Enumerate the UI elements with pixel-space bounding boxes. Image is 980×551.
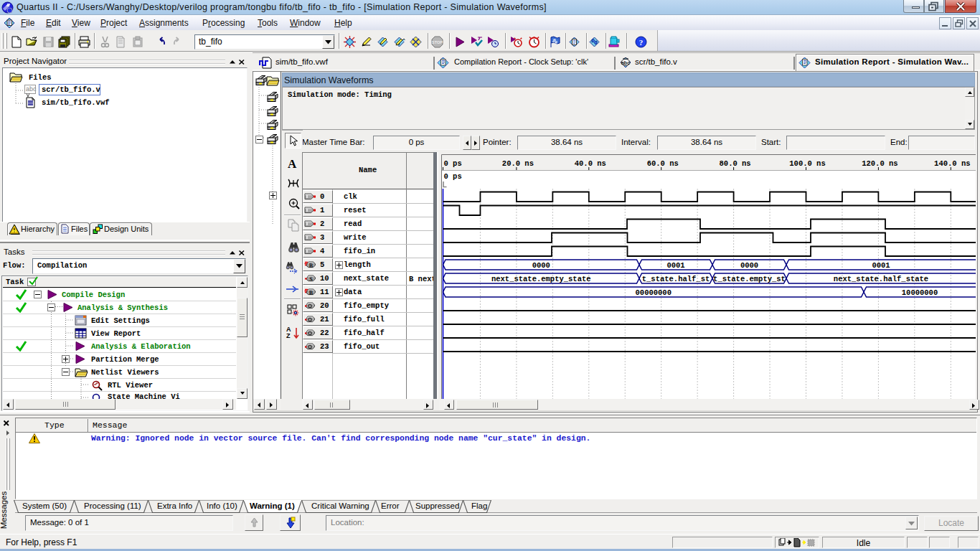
svg-text:0 ps: 0 ps — [444, 159, 462, 168]
svg-text:0001: 0001 — [872, 261, 890, 270]
svg-text:t_state.half_st: t_state.half_st — [642, 275, 710, 283]
svg-text:abc: abc — [621, 60, 630, 65]
svg-text:t_state.empty_st: t_state.empty_st — [713, 275, 786, 283]
svg-text:120.0 ns: 120.0 ns — [862, 159, 897, 168]
svg-text:10000000: 10000000 — [902, 288, 938, 297]
svg-text:B: B — [309, 263, 314, 269]
svg-text:80.0 ns: 80.0 ns — [720, 159, 751, 168]
svg-text:00000000: 00000000 — [636, 288, 672, 297]
svg-text:60.0 ns: 60.0 ns — [647, 159, 679, 168]
svg-text:40.0 ns: 40.0 ns — [575, 159, 606, 168]
svg-text:B: B — [309, 290, 314, 296]
svg-text:0001: 0001 — [666, 261, 684, 270]
svg-text:20.0 ns: 20.0 ns — [502, 159, 534, 168]
svg-text:0 ps: 0 ps — [444, 172, 462, 181]
svg-text:0000: 0000 — [532, 261, 550, 270]
svg-text:0000: 0000 — [740, 261, 758, 270]
svg-text:S: S — [309, 276, 313, 283]
svg-text:STOP: STOP — [432, 40, 443, 44]
svg-text:140.0 ns: 140.0 ns — [934, 159, 970, 168]
svg-text:100.0 ns: 100.0 ns — [789, 159, 825, 168]
svg-text:?: ? — [639, 38, 644, 47]
svg-text:next_state.empty_state: next_state.empty_state — [491, 275, 591, 283]
svg-text:next_state.half_state: next_state.half_state — [834, 275, 928, 283]
